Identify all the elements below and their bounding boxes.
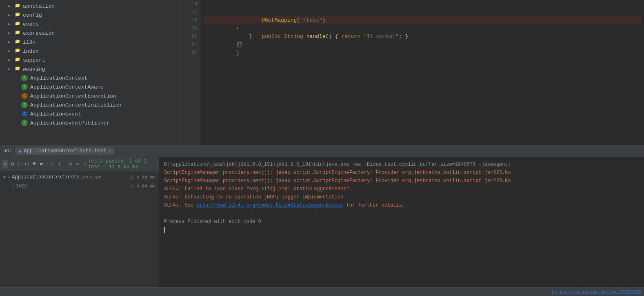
- arrow-icon: ▶: [8, 58, 13, 62]
- class-item-app-context[interactable]: I ApplicationContext: [0, 73, 180, 82]
- method-pass-icon: ✓: [11, 183, 14, 189]
- tree-item-support[interactable]: ▶ 📁 support: [0, 56, 180, 65]
- console-cursor: [164, 227, 165, 233]
- tree-item-i18n[interactable]: ▶ 📁 i18n: [0, 38, 180, 47]
- class-badge-icon: C: [21, 93, 28, 99]
- class-item-app-context-aware[interactable]: I ApplicationContextAware: [0, 82, 180, 91]
- tree-item-annotation[interactable]: ▶ 📁 annotation: [0, 2, 180, 11]
- folder-icon: 📁: [15, 12, 21, 18]
- expand-icon: ▼: [3, 175, 6, 180]
- tree-label: index: [23, 48, 39, 54]
- code-line-74: [204, 0, 641, 8]
- class-label: ApplicationContextException: [30, 93, 116, 99]
- arrow-icon: ▶: [8, 49, 13, 53]
- test-method-name: test: [16, 183, 28, 189]
- tree-item-expression[interactable]: ▶ 📁 expression: [0, 29, 180, 38]
- tree-label: support: [23, 57, 45, 63]
- stop-button[interactable]: ⊘: [10, 160, 16, 169]
- folder-icon: 📁: [15, 21, 21, 27]
- code-line-81: }: [204, 41, 641, 49]
- code-content[interactable]: @GetMapping("/test") ● public String han…: [201, 0, 644, 145]
- console-blank-line: [164, 209, 639, 218]
- test-class-duration: 11 s 66 ms: [129, 175, 155, 180]
- test-status-text: Tests passed: 1 of 1 test – 11 s 66 ms: [88, 158, 156, 170]
- console-line-script2: ScriptEngineManager providers.next(): ja…: [164, 177, 639, 185]
- test-results-panel: ✓ ⊘ ↓↑ ↑↓ ≡ ⇄ ↑ ↓ ⊙ » ✓ Tests passed: 1 …: [0, 157, 159, 287]
- group-button[interactable]: ≡: [31, 160, 37, 169]
- test-list: ▼ ✓ ApplicationContextTests (org.spr 11 …: [0, 171, 159, 287]
- class-item-app-event-publisher[interactable]: I ApplicationEventPublisher: [0, 118, 180, 127]
- toolbar-separator: [47, 160, 47, 168]
- tree-label: config: [23, 12, 42, 18]
- close-icon[interactable]: ×: [109, 149, 111, 154]
- folder-icon: 📁: [15, 3, 21, 9]
- test-method-row[interactable]: ✓ test 11 s 66 ms: [0, 182, 159, 191]
- class-label: ApplicationContext: [30, 75, 87, 81]
- code-editor: 74 75 76 79 80 81 82 @GetMapping("/test"…: [181, 0, 644, 145]
- tree-label: annotation: [23, 3, 55, 9]
- test-class-row[interactable]: ▼ ✓ ApplicationContextTests (org.spr 11 …: [0, 173, 159, 182]
- tree-item-config[interactable]: ▶ 📁 config: [0, 11, 180, 20]
- class-label: ApplicationEvent: [30, 111, 81, 117]
- run-label: un:: [3, 148, 12, 154]
- class-label: ApplicationContextAware: [30, 84, 103, 90]
- run-tab-icon: ◆: [19, 149, 22, 154]
- arrow-icon: ▶: [8, 4, 13, 9]
- code-line-82: [204, 49, 641, 57]
- tree-item-weaving[interactable]: ▶ 📁 weaving: [0, 65, 180, 73]
- check-button[interactable]: ✓: [2, 160, 8, 169]
- toolbar-separator-2: [65, 160, 65, 168]
- run-tab[interactable]: ◆ ApplicationContextTests.test ×: [16, 147, 115, 155]
- pass-icon: ✓: [7, 174, 10, 180]
- tree-label: event: [23, 21, 39, 27]
- arrow-icon: ▶: [8, 40, 13, 45]
- status-bar: https://blog.csdn.net/qq_17079255: [0, 287, 644, 296]
- search-button[interactable]: ⊙: [67, 160, 73, 169]
- console-line-slf4j3: SLF4J: See http://www.slf4j.org/codes.ht…: [164, 201, 639, 209]
- run-tab-file: ApplicationContextTests.test: [24, 148, 106, 154]
- file-tree: ▶ 📁 annotation ▶ 📁 config ▶ 📁 event ▶ 📁 …: [0, 0, 181, 145]
- class-badge-icon: I: [21, 120, 28, 126]
- test-method-duration: 11 s 66 ms: [129, 184, 155, 189]
- class-badge-icon: I: [21, 102, 28, 108]
- folder-icon: 📁: [15, 30, 21, 36]
- console-line-slf4j1: SLF4J: Failed to load class "org.slf4j.i…: [164, 185, 639, 193]
- sort-desc-button[interactable]: ↑↓: [24, 160, 30, 169]
- sort-asc-button[interactable]: ↓↑: [17, 160, 23, 169]
- more-button[interactable]: »: [75, 160, 80, 169]
- test-class-meta: (org.spr: [81, 175, 103, 180]
- diff-button[interactable]: ⇄: [39, 160, 44, 169]
- class-item-app-context-initializer[interactable]: I ApplicationContextInitializer: [0, 100, 180, 109]
- console-exit-line: Process finished with exit code 0: [164, 218, 639, 226]
- console-cursor-line: [164, 226, 639, 234]
- class-badge-icon: I: [21, 84, 28, 90]
- pass-check-icon: ✓: [84, 161, 87, 167]
- class-badge-icon: C: [21, 111, 28, 117]
- tree-item-event[interactable]: ▶ 📁 event: [0, 20, 180, 29]
- arrow-icon: ▶: [8, 67, 13, 71]
- arrow-icon: ▶: [8, 22, 13, 27]
- console-panel[interactable]: D:\applications\java\jdk\jdk1.8.0_191\jd…: [159, 157, 644, 287]
- arrow-icon: ▶: [8, 31, 13, 36]
- tree-label: expression: [23, 30, 55, 36]
- folder-icon: 📁: [15, 39, 21, 45]
- test-pass-status: ✓ Tests passed: 1 of 1 test – 11 s 66 ms: [84, 158, 156, 170]
- status-url[interactable]: https://blog.csdn.net/qq_17079255: [552, 289, 641, 294]
- code-line-79: } ⬡: [204, 24, 641, 33]
- up-button[interactable]: ↑: [49, 160, 55, 169]
- run-tab-bar: un: ◆ ApplicationContextTests.test ×: [0, 145, 644, 157]
- console-line-cmd: D:\applications\java\jdk\jdk1.8.0_191\jd…: [164, 160, 639, 169]
- folder-icon: 📁: [15, 57, 21, 63]
- tree-label: weaving: [23, 66, 45, 72]
- line-numbers: 74 75 76 79 80 81 82: [181, 0, 201, 145]
- class-item-app-event[interactable]: C ApplicationEvent: [0, 109, 180, 118]
- console-line-slf4j2: SLF4J: Defaulting to no-operation (NOP) …: [164, 193, 639, 201]
- test-class-name: ApplicationContextTests: [12, 174, 80, 180]
- tree-item-index[interactable]: ▶ 📁 index: [0, 47, 180, 56]
- class-item-app-context-exception[interactable]: C ApplicationContextException: [0, 91, 180, 100]
- slf4j-link[interactable]: http://www.slf4j.org/codes.html#StaticLo…: [196, 203, 343, 208]
- console-line-script1: ScriptEngineManager providers.next(): ja…: [164, 169, 639, 177]
- folder-icon: 📁: [15, 48, 21, 54]
- down-button[interactable]: ↓: [57, 160, 62, 169]
- tree-label: i18n: [23, 39, 36, 45]
